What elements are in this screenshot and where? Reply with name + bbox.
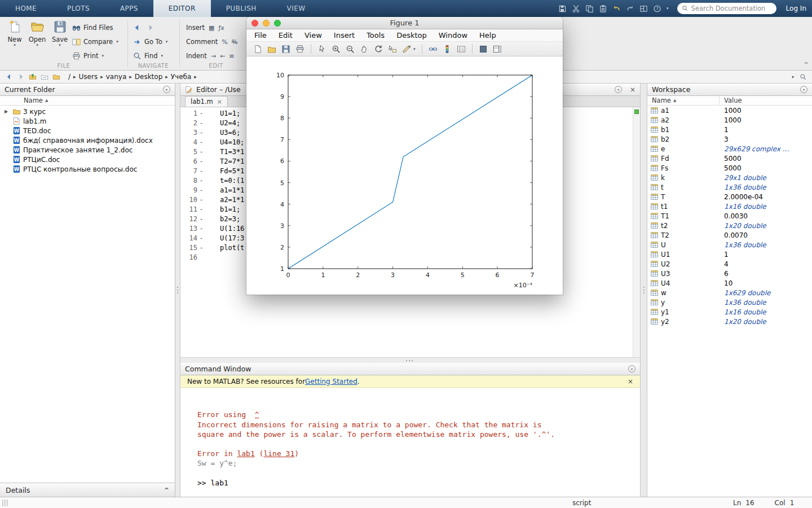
insert-row[interactable]: Insert ▦ ƒx	[186, 22, 237, 33]
workspace-row[interactable]: T2 0.0070	[647, 230, 812, 240]
new-figure-icon[interactable]	[253, 45, 262, 54]
browse-folder-icon[interactable]	[41, 73, 48, 81]
breadcrumb-separator-icon[interactable]: ▸	[99, 74, 105, 80]
up-folder-icon[interactable]	[29, 73, 37, 81]
brush-dropdown-icon[interactable]: ▾	[413, 47, 416, 51]
console[interactable]: Error using ^Incorrect dimensions for ra…	[180, 388, 640, 497]
workspace-row[interactable]: U1 1	[647, 249, 812, 259]
toolbar-dropdown-icon[interactable]: ▾	[667, 6, 669, 11]
zoom-window-icon[interactable]	[274, 20, 281, 27]
toolstrip-tab[interactable]: PLOTS	[52, 0, 105, 17]
doc-search-input[interactable]	[691, 5, 770, 12]
insert-legend-icon[interactable]	[457, 45, 466, 54]
workspace-row[interactable]: t2 1x20 double	[647, 221, 812, 230]
file-row[interactable]: ▶ W РТЦиС.doc	[0, 155, 175, 164]
undo-icon[interactable]	[612, 5, 621, 13]
details-bar[interactable]: Details ^	[0, 483, 175, 497]
link-plot-icon[interactable]	[429, 45, 438, 54]
breadcrumb-item[interactable]: vanya	[105, 73, 128, 81]
find-button[interactable]: Find ▾	[133, 50, 167, 62]
save-button[interactable]: Save ▾	[48, 20, 71, 47]
insert-function-icon[interactable]: ƒx	[218, 24, 224, 32]
toolstrip-tab[interactable]: PUBLISH	[211, 0, 272, 17]
getting-started-link[interactable]: Getting Started	[305, 378, 358, 386]
workspace-row[interactable]: U3 6	[647, 269, 812, 278]
code-analyzer-indicator[interactable]	[634, 110, 639, 114]
breadcrumb-separator-icon[interactable]: ▸	[72, 74, 78, 80]
folder-search-icon[interactable]	[800, 73, 807, 81]
breadcrumb-separator-icon[interactable]: ▸	[192, 74, 198, 80]
pan-icon[interactable]	[360, 45, 369, 54]
path-dropdown-icon[interactable]: ▾	[792, 75, 794, 80]
print-figure-icon[interactable]	[295, 45, 304, 54]
compare-button[interactable]: Compare ▾	[72, 36, 118, 47]
figure-menu-item[interactable]: Edit	[279, 31, 293, 40]
toolstrip-tab[interactable]: VIEW	[272, 0, 321, 17]
workspace-row[interactable]: w 1x629 double	[647, 288, 812, 297]
nav-back-icon[interactable]	[5, 73, 13, 81]
open-file-icon[interactable]	[267, 45, 276, 54]
cut-icon[interactable]	[572, 5, 580, 13]
tab-close-icon[interactable]: ×	[217, 98, 222, 106]
toolstrip-tab[interactable]: EDITOR	[153, 0, 211, 17]
workspace-row[interactable]: U4 10	[647, 278, 812, 288]
breadcrumb-item[interactable]: Desktop	[134, 73, 164, 81]
indent-row[interactable]: Indent → ← ≡	[186, 50, 237, 62]
new-script-button[interactable]: New ▾	[3, 20, 26, 47]
workspace-row[interactable]: b1 1	[647, 125, 812, 134]
paste-icon[interactable]	[599, 5, 607, 13]
breadcrumb-item[interactable]: Users	[78, 73, 99, 81]
workspace-row[interactable]: k 29x1 double	[647, 173, 812, 182]
right-splitter[interactable]	[640, 84, 647, 497]
figure-plot-svg[interactable]: 0123456712345678910×10⁻³	[246, 56, 563, 295]
figure-menu-item[interactable]: Help	[479, 31, 496, 40]
column-header-value[interactable]: Value	[720, 97, 742, 104]
figure-window[interactable]: Figure 1 File Edit View Insert Tools Des…	[246, 17, 563, 295]
editor-tab[interactable]: lab1.m ×	[185, 96, 228, 107]
edit-plot-icon[interactable]	[317, 45, 326, 54]
figure-plot[interactable]: 0123456712345678910×10⁻³	[246, 56, 563, 295]
breadcrumb-separator-icon[interactable]: ▸	[127, 74, 134, 80]
workspace-row[interactable]: t1 1x16 double	[647, 202, 812, 211]
file-row[interactable]: ▶ W Практическое занятие 1_2.doc	[0, 145, 175, 155]
workspace-row[interactable]: b2 3	[647, 134, 812, 144]
figure-menu-item[interactable]: Window	[439, 31, 467, 40]
desktop-layout-icon[interactable]	[639, 5, 648, 13]
toolstrip-tab[interactable]: HOME	[0, 0, 52, 17]
hide-plot-tools-icon[interactable]	[479, 45, 488, 54]
workspace-row[interactable]: Fs 5000	[647, 163, 812, 173]
name-column-header[interactable]: Name ▲	[0, 96, 175, 106]
indent-left-icon[interactable]: ←	[220, 52, 225, 60]
save-icon[interactable]	[558, 5, 567, 13]
open-button[interactable]: Open ▾	[26, 20, 48, 47]
login-button[interactable]: Log In	[786, 5, 806, 12]
back-icon[interactable]	[133, 24, 141, 32]
workspace-row[interactable]: t 1x36 double	[647, 182, 812, 192]
figure-menu-item[interactable]: Desktop	[396, 31, 427, 40]
column-header-name[interactable]: Name ▲	[647, 96, 720, 105]
workspace-row[interactable]: e 29x629 complex ...	[647, 144, 812, 154]
workspace-row[interactable]: a1 1000	[647, 106, 812, 115]
workspace-row[interactable]: y2 1x20 double	[647, 317, 812, 326]
brush-icon[interactable]	[402, 45, 411, 54]
go-to-button[interactable]: Go To ▾	[133, 36, 167, 47]
close-window-icon[interactable]	[251, 20, 258, 27]
insert-colorbar-icon[interactable]	[443, 45, 452, 54]
workspace-row[interactable]: a2 1000	[647, 115, 812, 125]
breadcrumb-separator-icon[interactable]: ▸	[164, 74, 170, 80]
print-dropdown-icon[interactable]: ▾	[102, 54, 104, 58]
redo-icon[interactable]	[626, 5, 634, 13]
figure-menu-item[interactable]: File	[254, 31, 267, 40]
doc-search[interactable]	[677, 3, 776, 14]
comment-icon[interactable]: %	[222, 38, 227, 46]
workspace-row[interactable]: y1 1x16 double	[647, 307, 812, 317]
file-row[interactable]: ▶ W РТЦС контрольные вопросы.doc	[0, 164, 175, 174]
file-row[interactable]: ▶ W бжд( справочная информация).docx	[0, 135, 175, 145]
file-row[interactable]: ▶ W 3 курс	[0, 107, 175, 116]
zoom-out-icon[interactable]	[346, 45, 355, 54]
file-row[interactable]: ▶ W TED.doc	[0, 126, 175, 135]
save-dropdown-icon[interactable]: ▾	[48, 43, 71, 47]
panel-menu-icon[interactable]: ▾	[800, 86, 807, 93]
uncomment-icon[interactable]: %	[232, 38, 237, 46]
details-expand-icon[interactable]: ^	[164, 487, 169, 494]
